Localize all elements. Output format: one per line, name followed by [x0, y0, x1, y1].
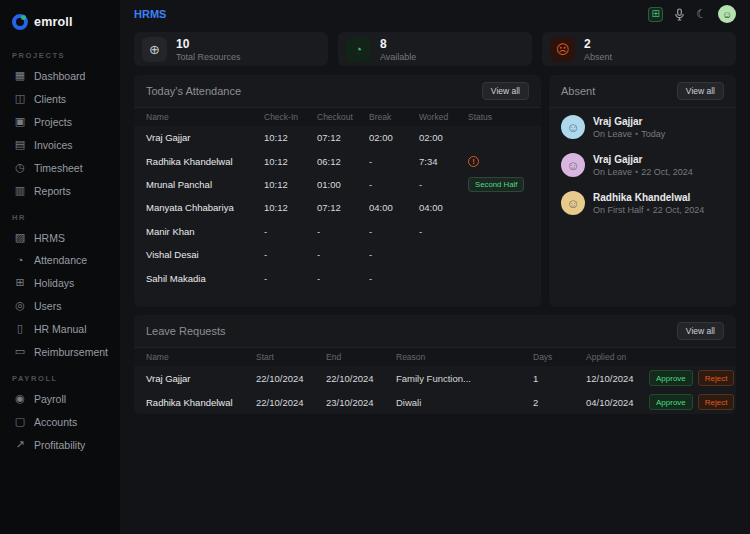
resources-icon: ⊕	[142, 37, 167, 62]
break-cell: -	[369, 226, 419, 237]
employee-name: Vraj Gajjar	[146, 373, 256, 384]
sidebar-item-label: Profitability	[34, 439, 85, 451]
sidebar-item[interactable]: ↗ Profitability	[0, 433, 120, 456]
profitability-icon: ↗	[14, 438, 26, 451]
start-date-cell: 22/10/2024	[256, 373, 326, 384]
sidebar-item-label: Attendance	[34, 254, 87, 266]
avatar: ☺	[561, 115, 585, 139]
attendance-icon: ◔	[14, 254, 26, 266]
column-header: Days	[533, 352, 586, 362]
status-cell: Second Half	[468, 177, 529, 192]
avatar: ☺	[561, 153, 585, 177]
list-item: ☺ Radhika Khandelwal On First Half•22 Oc…	[549, 184, 736, 222]
employee-name: Sahil Makadia	[146, 273, 264, 284]
accounts-icon: ▢	[14, 415, 26, 428]
middle-row: Today's Attendance View all Name Check-I…	[134, 75, 736, 307]
sidebar-item[interactable]: ⊞ Holidays	[0, 271, 120, 294]
table-row: Mrunal Panchal 10:12 01:00 - - Second Ha…	[134, 173, 541, 196]
attendance-table-header: Name Check-In Checkout Break Worked Stat…	[134, 108, 541, 126]
projects-icon: ▣	[14, 115, 26, 128]
checkout-cell: 01:00	[317, 179, 369, 190]
stat-label: Absent	[584, 52, 612, 62]
sidebar-item[interactable]: ◷ Timesheet	[0, 156, 120, 179]
apps-icon[interactable]: ⊞	[648, 7, 663, 22]
employee-name: Mrunal Panchal	[146, 179, 264, 190]
user-avatar[interactable]: ☺	[718, 5, 736, 23]
timesheet-icon: ◷	[14, 161, 26, 174]
sidebar: emroll Projects ▦ Dashboard ◫ Clients ▣ …	[0, 0, 120, 534]
check-in-cell: -	[264, 273, 317, 284]
attendance-view-all-button[interactable]: View all	[482, 82, 529, 100]
absent-view-all-button[interactable]: View all	[677, 82, 724, 100]
sidebar-item[interactable]: ▨ HRMS	[0, 226, 120, 249]
break-cell: -	[369, 273, 419, 284]
absent-status: On First Half	[593, 205, 644, 215]
worked-cell: 02:00	[419, 132, 468, 143]
brand-name: emroll	[34, 15, 73, 29]
sidebar-nav-projects: ▦ Dashboard ◫ Clients ▣ Projects ▤ Invoi…	[0, 64, 120, 202]
sidebar-item[interactable]: ◎ Users	[0, 294, 120, 317]
worked-cell: 7:34	[419, 156, 468, 167]
dot-separator: •	[635, 129, 638, 139]
reject-button[interactable]: Reject	[698, 394, 735, 410]
sidebar-item-label: HR Manual	[34, 323, 87, 335]
sidebar-item[interactable]: ▤ Invoices	[0, 133, 120, 156]
holidays-icon: ⊞	[14, 276, 26, 289]
table-row: Vraj Gajjar 22/10/2024 22/10/2024 Family…	[134, 366, 736, 390]
break-cell: -	[369, 156, 419, 167]
absent-status: On Leave	[593, 167, 632, 177]
table-row: Manir Khan - - - -	[134, 220, 541, 243]
checkout-cell: -	[317, 226, 369, 237]
reject-button[interactable]: Reject	[698, 370, 735, 386]
sidebar-item-label: Users	[34, 300, 61, 312]
employee-name: Vishal Desai	[146, 249, 264, 260]
leave-requests-view-all-button[interactable]: View all	[677, 322, 724, 340]
applied-on-cell: 12/10/2024	[586, 373, 649, 384]
leave-requests-header: Leave Requests View all	[134, 315, 736, 348]
absent-list: ☺ Vraj Gajjar On Leave•Today ☺ Vraj Gajj…	[549, 108, 736, 222]
reports-icon: ▥	[14, 184, 26, 197]
checkout-cell: 07:12	[317, 132, 369, 143]
sidebar-item[interactable]: ◫ Clients	[0, 87, 120, 110]
absent-date: 22 Oct, 2024	[653, 205, 705, 215]
dark-mode-icon[interactable]: ☾	[696, 8, 707, 20]
stat-card: ☹ 2 Absent	[542, 32, 736, 66]
sidebar-item[interactable]: ▥ Reports	[0, 179, 120, 202]
sidebar-item[interactable]: ▯ HR Manual	[0, 317, 120, 340]
dot-separator: •	[635, 167, 638, 177]
dashboard-icon: ▦	[14, 69, 26, 82]
checkout-cell: 07:12	[317, 202, 369, 213]
sidebar-item[interactable]: ▢ Accounts	[0, 410, 120, 433]
app-logo[interactable]: emroll	[0, 8, 120, 40]
absent-employee-detail: On First Half•22 Oct, 2024	[593, 205, 704, 215]
sidebar-item-label: Invoices	[34, 139, 73, 151]
sidebar-item[interactable]: ◔ Attendance	[0, 249, 120, 271]
table-row: Radhika Khandelwal 10:12 06:12 - 7:34 !	[134, 149, 541, 172]
check-in-cell: 10:12	[264, 156, 317, 167]
checkout-cell: 06:12	[317, 156, 369, 167]
check-in-cell: -	[264, 226, 317, 237]
approve-button[interactable]: Approve	[649, 394, 693, 410]
absent-employee-detail: On Leave•22 Oct, 2024	[593, 167, 693, 177]
attendance-title: Today's Attendance	[146, 85, 241, 97]
sidebar-item-label: Timesheet	[34, 162, 83, 174]
worked-cell: 04:00	[419, 202, 468, 213]
sidebar-item[interactable]: ◉ Payroll	[0, 387, 120, 410]
microphone-icon[interactable]	[674, 8, 685, 21]
dot-separator: •	[647, 205, 650, 215]
sidebar-item-label: Holidays	[34, 277, 74, 289]
clients-icon: ◫	[14, 92, 26, 105]
absent-title: Absent	[561, 85, 595, 97]
sidebar-item[interactable]: ▦ Dashboard	[0, 64, 120, 87]
row-actions: Approve Reject	[649, 394, 736, 410]
stats-row: ⊕ 10 Total Resources ◔ 8 Available ☹ 2 A…	[134, 32, 736, 66]
sidebar-item[interactable]: ▣ Projects	[0, 110, 120, 133]
sidebar-item[interactable]: ▭ Reimbursement	[0, 340, 120, 363]
absent-employee-name: Vraj Gajjar	[593, 115, 665, 129]
absent-employee-detail: On Leave•Today	[593, 129, 665, 139]
break-cell: 04:00	[369, 202, 419, 213]
check-in-cell: 10:12	[264, 132, 317, 143]
approve-button[interactable]: Approve	[649, 370, 693, 386]
sidebar-item-label: Payroll	[34, 393, 66, 405]
leave-requests-table-body: Vraj Gajjar 22/10/2024 22/10/2024 Family…	[134, 366, 736, 414]
